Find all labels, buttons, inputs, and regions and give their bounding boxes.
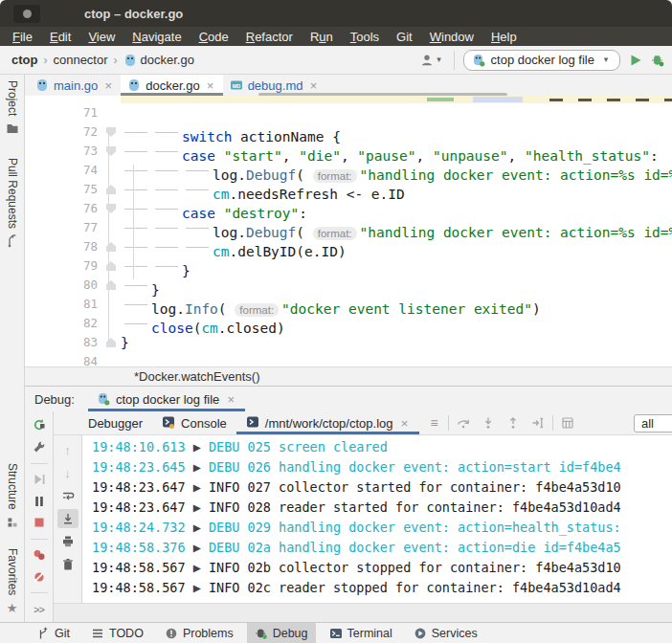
close-icon[interactable]: × [205, 79, 216, 91]
todo-icon [91, 627, 104, 640]
debug-button[interactable] [651, 54, 664, 67]
menu-file[interactable]: File [4, 30, 41, 44]
editor-tab-docker.go[interactable]: docker.go× [121, 75, 222, 96]
log-timestamp: 19:48:23.645 [92, 459, 186, 475]
menu-edit[interactable]: Edit [41, 30, 79, 44]
stripe-button-project[interactable]: Project [6, 80, 19, 135]
log-message: DEBU 025 screen cleared [209, 439, 388, 455]
title-bar: ctop – docker.go [0, 0, 672, 27]
soft-wrap-button[interactable] [57, 486, 78, 505]
layout-settings-button[interactable]: ≡ [423, 413, 444, 432]
debug-tab-debugger[interactable]: Debugger [78, 411, 152, 434]
settings-button[interactable] [29, 438, 50, 456]
close-icon[interactable]: × [102, 79, 114, 91]
menu-tools[interactable]: Tools [342, 30, 388, 44]
debug-bug-small-icon [255, 627, 268, 640]
soft-wrap-icon [61, 489, 75, 502]
rerun-button[interactable] [29, 416, 50, 434]
statusbar-item-problems[interactable]: Problems [157, 623, 241, 643]
breadcrumb-item-docker.go[interactable]: docker.go [123, 53, 194, 67]
fold-marker-icon[interactable] [106, 338, 116, 347]
fold-marker-icon[interactable] [106, 261, 116, 271]
menu-code[interactable]: Code [190, 30, 237, 44]
run-icon [629, 54, 642, 67]
step-into-icon [482, 416, 495, 430]
debug-session-tab[interactable]: ctop docker log file × [88, 387, 245, 411]
line-number: 82 [25, 314, 121, 333]
fold-marker-icon[interactable] [106, 204, 116, 213]
terminal-icon [329, 627, 343, 640]
statusbar-item-debug[interactable]: Debug [247, 623, 316, 643]
fold-marker-icon[interactable] [106, 242, 116, 252]
stripe-button-structure[interactable]: Structure [6, 463, 19, 529]
tab-whitespace [151, 256, 182, 276]
hidden-more-button[interactable]: >> [29, 600, 50, 618]
menu-navigate[interactable]: Navigate [123, 30, 190, 44]
user-share-button[interactable]: ▾ [420, 54, 445, 67]
line-number: 75 [25, 180, 121, 199]
stop-button[interactable] [29, 514, 50, 532]
log-arrow-icon: ▶ [186, 439, 209, 455]
log-output[interactable]: 19:48:10.613 ▶ DEBU 025 screen cleared19… [82, 435, 672, 603]
window-menu-button[interactable] [13, 5, 40, 23]
statusbar-item-terminal[interactable]: Terminal [322, 623, 400, 643]
run-to-cursor-button[interactable] [527, 413, 549, 432]
pause-button[interactable] [29, 492, 50, 510]
menu-view[interactable]: View [79, 30, 123, 44]
menu-git[interactable]: Git [388, 30, 421, 44]
view-breakpoints-button[interactable] [29, 546, 50, 565]
statusbar-item-todo[interactable]: TODO [83, 623, 151, 643]
debug-bug-icon [651, 54, 664, 67]
log-message: INFO 027 collector started for container… [209, 479, 621, 495]
log-filter-combo[interactable]: all [634, 414, 672, 432]
navigate-up-button[interactable]: ↑ [57, 440, 78, 459]
resume-button[interactable] [29, 470, 50, 488]
step-into-button[interactable] [478, 413, 499, 432]
console-icon [246, 415, 259, 429]
editor-tab-main.go[interactable]: main.go× [29, 75, 121, 96]
stripe-button-favorites[interactable]: Favorites★ [6, 548, 19, 614]
breadcrumb-item-ctop[interactable]: ctop [11, 53, 37, 67]
code-text: case "start", "die", "pause", "unpause",… [121, 142, 659, 161]
clear-log-button[interactable] [57, 555, 78, 574]
breadcrumb-item-connector[interactable]: connector [53, 53, 107, 67]
mute-breakpoints-button[interactable] [29, 567, 50, 586]
evaluate-expression-button[interactable] [557, 413, 578, 432]
run-config-name: ctop docker log file [491, 53, 594, 67]
tab-whitespace [151, 218, 182, 237]
fold-marker-icon[interactable] [106, 185, 116, 194]
toolbar-separator [31, 463, 48, 464]
fold-marker-icon[interactable] [106, 127, 116, 137]
main-content: main.go×docker.go×MDdebug.md× 7172switch… [25, 75, 672, 622]
code-editor[interactable]: 7172switch actionName {73case "start", "… [25, 96, 672, 386]
step-over-button[interactable] [453, 413, 474, 432]
fold-marker-icon[interactable] [106, 280, 116, 290]
run-button[interactable] [629, 54, 642, 67]
scroll-to-end-button[interactable] [57, 509, 78, 528]
stripe-button-pull-requests[interactable]: Pull Requests [6, 158, 19, 248]
breadcrumb-separator: › [43, 54, 47, 67]
menu-refactor[interactable]: Refactor [237, 30, 302, 44]
debug-tab--mnt-work-ctop-ctop-log[interactable]: /mnt/work/ctop/ctop.log× [236, 411, 420, 434]
step-actions: ≡ [423, 411, 578, 434]
menu-help[interactable]: Help [482, 30, 526, 44]
close-icon[interactable]: × [398, 417, 410, 429]
menu-run[interactable]: Run [302, 30, 342, 44]
close-icon[interactable]: × [225, 393, 236, 405]
print-button[interactable] [57, 532, 78, 551]
step-out-button[interactable] [503, 413, 524, 432]
menu-window[interactable]: Window [421, 30, 482, 44]
debug-tab-console[interactable]: Console [152, 411, 236, 434]
tab-whitespace [151, 122, 182, 142]
code-token: cm [201, 321, 217, 336]
clear-log-icon [61, 558, 75, 571]
statusbar-item-services[interactable]: Services [406, 623, 485, 643]
mute-breakpoints-icon [33, 570, 46, 584]
navigation-bar: ctop›connector›docker.go ▾ ctop docker l… [0, 46, 672, 75]
close-icon[interactable]: × [307, 79, 319, 91]
navigate-down-button[interactable]: ↓ [57, 463, 78, 482]
fold-marker-icon[interactable] [106, 146, 116, 156]
line-number: 76 [25, 199, 121, 218]
run-configuration-combo[interactable]: ctop docker log file ▾ [463, 50, 620, 71]
statusbar-item-git[interactable]: Git [29, 623, 78, 643]
